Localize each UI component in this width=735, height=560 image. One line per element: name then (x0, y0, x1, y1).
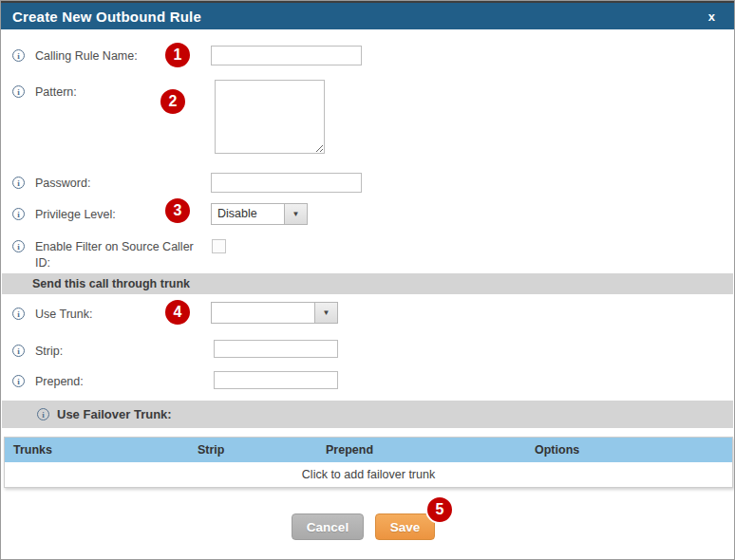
enable-filter-row: i Enable Filter on Source Caller ID: (12, 239, 212, 271)
info-icon: i (12, 177, 25, 189)
info-icon: i (37, 408, 49, 420)
use-trunk-select[interactable]: ▼ (211, 302, 338, 324)
info-icon: i (12, 240, 25, 252)
strip-label: Strip: (35, 344, 63, 360)
calling-rule-name-label: Calling Rule Name: (35, 48, 138, 65)
info-icon: i (12, 49, 25, 62)
annotation-badge-2: 2 (159, 87, 187, 116)
privilege-level-selected-value: Disable (212, 204, 284, 224)
use-trunk-label: Use Trunk: (35, 307, 92, 323)
info-icon: i (12, 345, 25, 357)
column-header-strip: Strip (189, 443, 317, 457)
annotation-badge-3: 3 (163, 196, 192, 225)
annotation-badge-5: 5 (425, 495, 454, 524)
calling-rule-name-input[interactable] (211, 46, 362, 65)
pattern-label: Pattern: (35, 84, 77, 101)
dropdown-arrow-icon: ▼ (284, 204, 307, 224)
use-trunk-row: i Use Trunk: (12, 307, 92, 323)
dialog-title: Create New Outbound Rule (1, 9, 201, 25)
cancel-button[interactable]: Cancel (292, 513, 364, 540)
trunk-section-header: Send this call through trunk (2, 273, 733, 294)
save-button[interactable]: Save (375, 513, 435, 540)
strip-row: i Strip: (12, 344, 63, 360)
column-header-trunks: Trunks (5, 443, 189, 457)
close-icon[interactable]: x (708, 3, 715, 29)
info-icon: i (12, 208, 25, 220)
failover-section-title: Use Failover Trunk: (49, 407, 172, 421)
info-icon: i (12, 308, 25, 320)
privilege-level-label: Privilege Level: (35, 207, 116, 223)
prepend-input[interactable] (214, 371, 338, 389)
pattern-row: i Pattern: (12, 84, 77, 101)
privilege-level-row: i Privilege Level: (12, 207, 116, 223)
dialog-titlebar: Create New Outbound Rule x (1, 1, 734, 29)
column-header-prepend: Prepend (317, 443, 526, 457)
info-icon: i (12, 85, 25, 98)
pattern-textarea[interactable] (215, 80, 325, 154)
column-header-options: Options (526, 443, 732, 457)
use-trunk-selected-value (212, 303, 314, 323)
prepend-row: i Prepend: (12, 374, 84, 390)
enable-filter-label: Enable Filter on Source Caller ID: (35, 239, 212, 271)
add-failover-trunk-row[interactable]: Click to add failover trunk (5, 462, 732, 487)
password-row: i Password: (12, 176, 90, 192)
info-icon: i (12, 375, 25, 387)
annotation-badge-4: 4 (163, 298, 192, 327)
enable-filter-checkbox[interactable] (212, 239, 226, 253)
trunk-section-title: Send this call through trunk (2, 277, 190, 290)
calling-rule-name-row: i Calling Rule Name: (12, 48, 138, 65)
dropdown-arrow-icon: ▼ (314, 303, 337, 323)
failover-trunk-table: Trunks Strip Prepend Options Click to ad… (4, 437, 733, 488)
prepend-label: Prepend: (35, 374, 84, 390)
password-input[interactable] (211, 173, 362, 193)
failover-section-header: i Use Failover Trunk: (2, 401, 733, 428)
strip-input[interactable] (214, 340, 338, 358)
failover-table-header: Trunks Strip Prepend Options (5, 438, 732, 462)
create-outbound-rule-dialog: Create New Outbound Rule x i Calling Rul… (0, 0, 735, 560)
annotation-badge-1: 1 (163, 41, 192, 69)
password-label: Password: (35, 176, 90, 192)
privilege-level-select[interactable]: Disable ▼ (211, 203, 308, 225)
